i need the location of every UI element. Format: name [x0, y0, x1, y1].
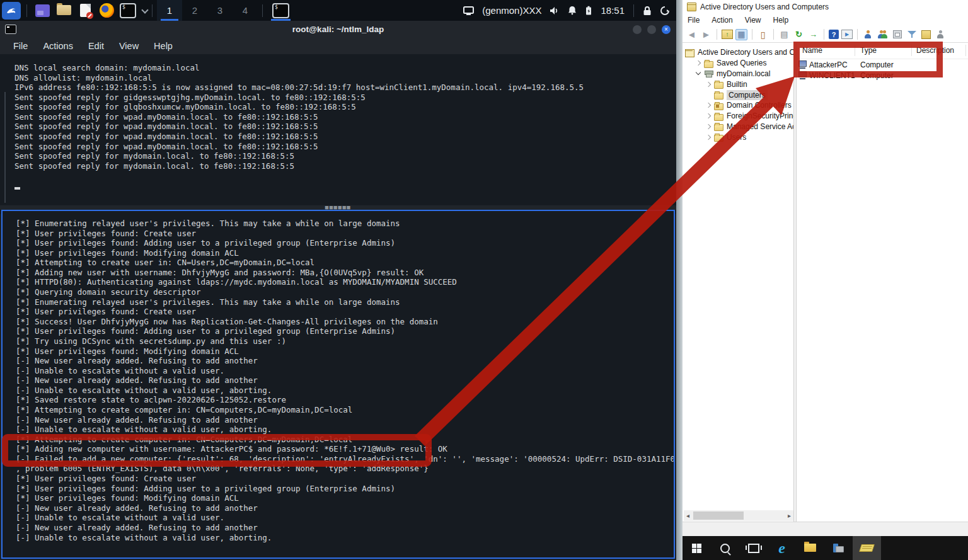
- show-console-tree-icon[interactable]: ▦: [735, 29, 747, 40]
- firefox-icon[interactable]: [98, 3, 115, 19]
- toolbar-separator: [824, 29, 824, 40]
- aduc-taskbar-button[interactable]: [853, 536, 881, 560]
- column-header-name[interactable]: Name: [802, 46, 822, 55]
- maximize-button[interactable]: [647, 25, 656, 34]
- scroll-left-icon[interactable]: ◂: [684, 510, 692, 521]
- tree-item-domain-controllers[interactable]: Domain Controllers: [683, 100, 793, 111]
- help-icon[interactable]: ?: [829, 30, 839, 39]
- workspace-1[interactable]: 1: [157, 0, 182, 21]
- chevron-down-icon[interactable]: [695, 70, 702, 77]
- lock-icon[interactable]: [643, 6, 652, 16]
- start-button[interactable]: [683, 536, 711, 560]
- workspace-2[interactable]: 2: [182, 0, 207, 21]
- chevron-down-icon[interactable]: [142, 8, 147, 13]
- menu-help[interactable]: Help: [773, 16, 789, 25]
- volume-icon[interactable]: [550, 6, 560, 15]
- search-button[interactable]: [711, 536, 739, 560]
- terminal-pane-top[interactable]: DNS local search domain: mydomain.local …: [0, 54, 676, 214]
- panel-separator: [26, 4, 27, 17]
- export-list-icon[interactable]: →: [807, 29, 819, 40]
- display-icon[interactable]: [463, 6, 474, 15]
- scrollbar-thumb[interactable]: [693, 511, 744, 520]
- terminal-line: Sent spoofed reply for wpad.mydomain.loc…: [14, 122, 676, 132]
- chevron-right-icon[interactable]: [705, 134, 712, 140]
- menu-view[interactable]: View: [745, 16, 761, 25]
- pane-divider[interactable]: ■■■■■■: [0, 205, 676, 210]
- tree-item-saved-queries[interactable]: Saved Queries: [683, 58, 793, 69]
- file-manager-icon[interactable]: [55, 3, 72, 19]
- minimize-button[interactable]: [633, 25, 642, 34]
- create-user-icon[interactable]: [862, 29, 874, 40]
- terminal-titlebar[interactable]: root@kali: ~/ntlm_ldap ×: [0, 21, 676, 38]
- text-editor-icon[interactable]: [77, 3, 93, 19]
- files-app-icon[interactable]: [34, 3, 50, 19]
- refresh-icon[interactable]: ↻: [793, 29, 805, 40]
- column-divider[interactable]: [965, 45, 966, 56]
- list-view-icon[interactable]: ▤: [778, 29, 790, 40]
- up-one-level-icon[interactable]: ↑: [722, 30, 733, 39]
- chevron-right-icon[interactable]: [695, 60, 702, 67]
- terminal-line: Sent spoofed reply for gidgesswptgjhg.my…: [14, 93, 676, 103]
- terminal-line: [-] Unable to escalate without a valid u…: [16, 513, 674, 523]
- column-header-type[interactable]: Type: [860, 46, 877, 55]
- column-divider[interactable]: [911, 45, 912, 56]
- delegate-icon[interactable]: [935, 29, 947, 40]
- clock[interactable]: 18:51: [601, 5, 625, 16]
- tree-item-builtin[interactable]: Builtin: [683, 79, 793, 89]
- back-icon[interactable]: ◄: [686, 29, 698, 40]
- copy-icon[interactable]: ▯: [757, 29, 769, 40]
- tree-item-mydomain-local[interactable]: myDomain.local: [683, 69, 793, 79]
- show-window-icon[interactable]: ▶: [841, 30, 853, 39]
- menu-view[interactable]: View: [119, 41, 139, 51]
- tree-item-managed-service-accounts[interactable]: Managed Service Accounts: [683, 122, 793, 132]
- chevron-right-icon[interactable]: [705, 123, 712, 130]
- file-explorer-button[interactable]: [796, 536, 824, 560]
- tree-item-users[interactable]: Users: [683, 132, 793, 142]
- column-header-description[interactable]: Description: [916, 46, 954, 55]
- terminal-line: [*] Success! User DhfvjyMygG now has Rep…: [16, 317, 674, 327]
- terminal-line: [*] User privileges found: Modifying dom…: [16, 493, 674, 503]
- forward-icon[interactable]: ►: [700, 29, 712, 40]
- menu-file[interactable]: File: [13, 41, 28, 51]
- close-button[interactable]: ×: [662, 25, 671, 34]
- column-divider[interactable]: [855, 45, 855, 56]
- aduc-titlebar[interactable]: Active Directory Users and Computers: [683, 0, 968, 14]
- list-row-winclient1[interactable]: WINCLIENT1 Computer: [797, 70, 968, 81]
- list-row-attackerpc[interactable]: AttackerPC Computer: [797, 59, 968, 70]
- menu-help[interactable]: Help: [154, 41, 173, 51]
- taskbar-terminal-window-button[interactable]: [267, 0, 294, 21]
- server-manager-button[interactable]: [824, 536, 853, 560]
- workspace-3[interactable]: 3: [207, 0, 233, 21]
- menu-actions[interactable]: Actions: [43, 41, 73, 51]
- tree-item-foreignsecurityprincipals[interactable]: ForeignSecurityPrincipals: [683, 111, 793, 122]
- notification-bell-icon[interactable]: [568, 6, 577, 15]
- logout-icon[interactable]: [660, 6, 670, 16]
- task-view-button[interactable]: [739, 536, 768, 560]
- terminal-launcher-icon[interactable]: [120, 3, 136, 19]
- genmon-label[interactable]: (genmon)XXX: [482, 5, 541, 16]
- tree-item-computers[interactable]: Computers: [683, 89, 793, 100]
- chevron-right-icon[interactable]: [705, 102, 712, 109]
- chevron-right-icon[interactable]: [705, 113, 712, 120]
- console-root-icon: [685, 49, 695, 57]
- menu-edit[interactable]: Edit: [88, 41, 104, 51]
- kali-menu-button[interactable]: [2, 2, 21, 20]
- terminal-pane-bottom[interactable]: [*] Enumerating relayed user's privilege…: [1, 210, 675, 559]
- menu-action[interactable]: Action: [712, 16, 732, 25]
- terminal-line: [*] Enumerating relayed user's privilege…: [16, 219, 674, 229]
- battery-icon[interactable]: [585, 6, 592, 16]
- terminal-line: DNS local search domain: mydomain.local: [14, 63, 676, 73]
- console-tree: Active Directory Users and Computers Sav…: [683, 43, 793, 510]
- display-options-icon[interactable]: [920, 29, 932, 40]
- chevron-right-icon[interactable]: [705, 81, 712, 88]
- workspace-4[interactable]: 4: [233, 0, 258, 21]
- tree-item-root[interactable]: Active Directory Users and Computers: [683, 47, 793, 58]
- create-group-icon[interactable]: [877, 29, 889, 40]
- internet-explorer-button[interactable]: e: [768, 536, 796, 560]
- create-ou-icon[interactable]: [891, 29, 903, 40]
- scroll-right-icon[interactable]: ▸: [785, 510, 793, 521]
- menu-file[interactable]: File: [688, 16, 700, 25]
- scrollbar[interactable]: [4, 92, 6, 203]
- set-filter-icon[interactable]: [906, 29, 918, 40]
- terminal-menubar: File Actions Edit View Help: [0, 38, 676, 54]
